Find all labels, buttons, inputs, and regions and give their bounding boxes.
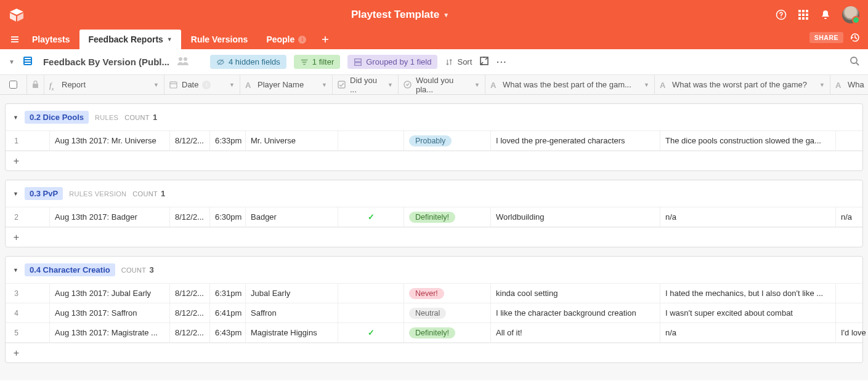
cell-player[interactable]: Badger (246, 207, 338, 226)
plus-icon[interactable]: + (6, 348, 27, 359)
cell-best[interactable]: Worldbuilding (491, 207, 660, 226)
search-icon[interactable] (850, 56, 859, 68)
group-button[interactable]: Grouped by 1 field (347, 55, 437, 69)
cell-date[interactable]: 8/12/2... (170, 323, 210, 342)
cell-best[interactable]: I like the character background creation (491, 303, 660, 322)
sort-button[interactable]: Sort (445, 57, 472, 66)
table-row[interactable]: 2Aug 13th 2017: Badger8/12/2...6:30pmBad… (6, 207, 862, 227)
cell-best[interactable]: kinda cool setting (491, 284, 660, 303)
more-icon[interactable]: ··· (497, 57, 507, 66)
cell-report[interactable]: Aug 13th 2017: Magistrate ... (50, 323, 170, 342)
cell-time[interactable]: 6:41pm (210, 303, 246, 322)
col-date[interactable]: Date i ▼ (164, 75, 240, 94)
cell-report[interactable]: Aug 13th 2017: Badger (50, 207, 170, 226)
cell-would[interactable]: Definitely! (404, 207, 491, 226)
row-expand[interactable] (27, 207, 50, 226)
tab-playtests[interactable]: Playtests (23, 30, 78, 49)
cell-extra[interactable]: I'd love (836, 323, 868, 342)
tab-people[interactable]: People i (258, 30, 315, 49)
tab-feedback-reports[interactable]: Feedback Reports ▼ (79, 30, 180, 49)
cell-player[interactable]: Jubal Early (246, 284, 338, 303)
cell-player[interactable]: Saffron (246, 303, 338, 322)
group-header[interactable]: ▼0.2 Dice PoolsRULESCOUNT 1 (6, 104, 862, 131)
collaborators-icon[interactable] (177, 56, 189, 68)
cell-extra[interactable] (836, 303, 868, 322)
table-row[interactable]: 1Aug 13th 2017: Mr. Universe8/12/2...6:3… (6, 131, 862, 151)
col-worst-part[interactable]: A What was the worst part of the game? ▼ (655, 75, 830, 94)
base-title[interactable]: Playtest Template ▼ (25, 9, 776, 21)
hidden-fields-button[interactable]: 4 hidden fields (210, 55, 286, 69)
cell-report[interactable]: Aug 13th 2017: Mr. Universe (50, 131, 170, 150)
help-icon[interactable] (776, 9, 787, 20)
chevron-down-icon[interactable]: ▼ (322, 82, 327, 88)
cell-did[interactable]: ✓ (338, 323, 404, 342)
col-report[interactable]: fx Report ▼ (44, 75, 164, 94)
cell-did[interactable] (338, 303, 404, 322)
row-expand[interactable] (27, 284, 50, 303)
row-expand[interactable] (27, 303, 50, 322)
group-header[interactable]: ▼0.4 Character CreatioCOUNT 3 (6, 257, 862, 284)
table-row[interactable]: 5Aug 13th 2017: Magistrate ...8/12/2...6… (6, 323, 862, 343)
row-expand[interactable] (27, 131, 50, 150)
cell-would[interactable]: Definitely! (404, 323, 491, 342)
cell-best[interactable]: All of it! (491, 323, 660, 342)
table-row[interactable]: 4Aug 13th 2017: Saffron8/12/2...6:41pmSa… (6, 303, 862, 323)
cell-player[interactable]: Mr. Universe (246, 131, 338, 150)
cell-time[interactable]: 6:33pm (210, 131, 246, 150)
menu-icon[interactable] (6, 30, 23, 49)
cell-report[interactable]: Aug 13th 2017: Jubal Early (50, 284, 170, 303)
chevron-down-icon[interactable]: ▼ (819, 82, 825, 88)
cell-worst[interactable]: The dice pools construction slowed the g… (660, 131, 836, 150)
cell-time[interactable]: 6:30pm (210, 207, 246, 226)
chevron-down-icon[interactable]: ▼ (644, 82, 649, 88)
history-icon[interactable] (850, 32, 861, 43)
chevron-down-icon[interactable]: ▼ (387, 82, 393, 88)
apps-icon[interactable] (798, 9, 809, 20)
select-all-checkbox[interactable] (0, 75, 27, 94)
collapse-icon[interactable]: ▼ (13, 267, 18, 273)
cell-extra[interactable] (836, 284, 868, 303)
cell-extra[interactable] (836, 131, 868, 150)
cell-worst[interactable]: n/a (660, 207, 836, 226)
view-name[interactable]: Feedback By Version (Publ... (43, 57, 169, 67)
collapse-icon[interactable]: ▼ (13, 191, 18, 197)
cell-time[interactable]: 6:43pm (210, 323, 246, 342)
col-extra[interactable]: A Wha (830, 75, 868, 94)
cell-date[interactable]: 8/12/2... (170, 207, 210, 226)
plus-icon[interactable]: + (6, 232, 27, 243)
table-row[interactable]: 3Aug 13th 2017: Jubal Early8/12/2...6:31… (6, 284, 862, 303)
avatar[interactable] (842, 6, 859, 23)
cell-date[interactable]: 8/12/2... (170, 131, 210, 150)
add-row[interactable]: + (6, 151, 862, 170)
cell-best[interactable]: I loved the pre-generated characters (491, 131, 660, 150)
logo-icon[interactable] (9, 7, 25, 23)
add-row[interactable]: + (6, 227, 862, 247)
cell-date[interactable]: 8/12/2... (170, 284, 210, 303)
filter-button[interactable]: 1 filter (294, 55, 340, 69)
tab-rule-versions[interactable]: Rule Versions (182, 30, 257, 49)
cell-would[interactable]: Never! (404, 284, 491, 303)
chevron-down-icon[interactable]: ▼ (153, 82, 159, 88)
cell-would[interactable]: Probably (404, 131, 491, 150)
views-menu-icon[interactable]: ▼ (9, 58, 15, 65)
collapse-icon[interactable]: ▼ (13, 114, 18, 121)
cell-worst[interactable]: I wasn't super excited about combat (660, 303, 836, 322)
cell-worst[interactable]: n/a (660, 323, 836, 342)
cell-did[interactable]: ✓ (338, 207, 404, 226)
share-button[interactable]: SHARE (809, 32, 843, 43)
cell-extra[interactable]: n/a (836, 207, 868, 226)
cell-would[interactable]: Neutral (404, 303, 491, 322)
chevron-down-icon[interactable]: ▼ (229, 82, 235, 88)
cell-time[interactable]: 6:31pm (210, 284, 246, 303)
plus-icon[interactable]: + (6, 156, 27, 167)
cell-did[interactable] (338, 284, 404, 303)
bell-icon[interactable] (820, 9, 831, 20)
cell-worst[interactable]: I hated the mechanics, but I also don't … (660, 284, 836, 303)
chevron-down-icon[interactable]: ▼ (474, 82, 480, 88)
col-best-part[interactable]: A What was the best part of the gam... ▼ (485, 75, 655, 94)
col-would-you-play[interactable]: Would you pla... ▼ (399, 75, 485, 94)
cell-date[interactable]: 8/12/2... (170, 303, 210, 322)
add-row[interactable]: + (6, 343, 862, 362)
add-table-button[interactable] (316, 30, 335, 49)
cell-player[interactable]: Magistrate Higgins (246, 323, 338, 342)
